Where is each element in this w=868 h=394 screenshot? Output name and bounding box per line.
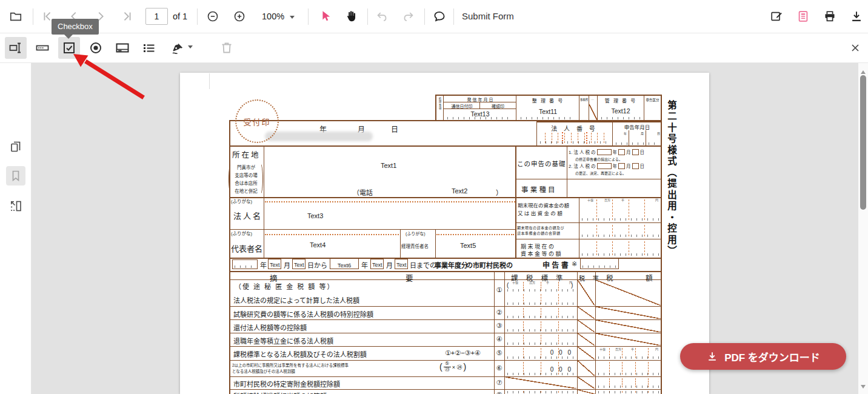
pdf-form-editor: { "topbar":{"page":"1","of":"of 1","zoom… [0, 0, 868, 394]
scale-label: 円 [655, 347, 658, 351]
text-field-tool-button[interactable] [32, 37, 53, 59]
zoom-in-button[interactable] [232, 8, 247, 24]
row-desc: 税額控除超過額相当額の加算額 [233, 391, 327, 394]
close-toolbar-button[interactable] [847, 40, 863, 56]
list-icon [142, 41, 156, 55]
corporate-number-block: 法 人 番 号 申告年月日 年 月 日 [536, 121, 662, 145]
edit-form-button[interactable] [769, 8, 784, 24]
kubun-label: 申告区分 [644, 98, 661, 102]
basis-line-2: 2. 法 人 税 の年月日 [569, 162, 644, 169]
last-page-button[interactable] [119, 8, 135, 24]
form-header-note: 処理事項 [438, 97, 441, 110]
comment-button[interactable] [432, 8, 447, 24]
print-button[interactable] [822, 8, 838, 24]
text-tool-button[interactable] [5, 37, 27, 59]
vertical-scrollbar[interactable] [858, 63, 868, 394]
taxbase-grid-r1b[interactable] [506, 293, 576, 306]
page-number-input[interactable] [145, 8, 168, 25]
cursor-icon [319, 10, 332, 23]
page-extract-icon [8, 199, 23, 213]
row-num: ③ [494, 322, 504, 330]
row-num: ② [494, 309, 504, 316]
taxbase-value-r6: 0 0 0 [549, 366, 573, 373]
day-mark: 日 [657, 131, 660, 135]
zoom-level-select[interactable]: 100% [261, 8, 298, 25]
download-pdf-label: PDF をダウンロード [724, 349, 820, 364]
paren-open: ( [507, 282, 509, 289]
row-desc: 2以上の市町村に事務所又は事業所を有する法人における課税標準 [232, 362, 349, 368]
pan-tool-button[interactable] [343, 8, 359, 24]
field-text11[interactable]: Text11 [517, 108, 579, 115]
basis-line-2b: の更正、決定、再更正による。 [575, 170, 626, 176]
capital-r1-line2: 又 は 出 資 金 の 額 [518, 209, 563, 216]
submit-form-label[interactable]: Submit Form [462, 11, 514, 21]
field-text4[interactable]: Text4 [310, 241, 326, 249]
signature-tool-button[interactable] [166, 37, 198, 59]
capital-r3-line2: 資 本 金 等 の 額 [521, 250, 561, 258]
fiscal-m1: 月 [284, 260, 290, 270]
row-num: ① [494, 286, 504, 294]
undo-button[interactable] [374, 8, 390, 24]
field-text5[interactable]: Text5 [460, 242, 476, 249]
edit-note-icon [770, 10, 783, 23]
field-text12[interactable]: Text12 [598, 107, 644, 115]
field-text1[interactable]: Text1 [381, 162, 396, 169]
scroll-down-arrow[interactable] [861, 385, 866, 391]
field-text3[interactable]: Text3 [307, 212, 323, 219]
hand-icon [344, 10, 358, 23]
taxamount-grid-r7[interactable] [596, 377, 661, 389]
zoom-out-button[interactable] [205, 8, 221, 24]
fiscal-field-text6[interactable]: Text6 [330, 258, 359, 269]
fiscal-field-2[interactable]: Text [292, 259, 305, 269]
corporate-number-grid[interactable] [538, 132, 610, 144]
fiscal-start-box[interactable] [232, 259, 258, 269]
seiri-label: 整 理 番 号 [517, 97, 579, 104]
taxbase-grid-r2[interactable] [506, 307, 576, 319]
thumbnails-panel-button[interactable] [6, 137, 25, 156]
row-desc: 還付法人税額等の控除額 [233, 322, 307, 332]
reception-stamp-label: 受付印 [243, 116, 270, 127]
redo-button[interactable] [401, 8, 416, 24]
capital-grid-3[interactable] [580, 240, 661, 256]
row-desc: （使 途 秘 匿 金 税 額 等） [235, 281, 335, 291]
download-pdf-button[interactable]: PDF をダウンロード [680, 343, 846, 370]
form-header-block: 処理事項 発 信 年 月 日 通信日付印 確認印 Text13 整 理 番 号 … [435, 95, 662, 121]
delete-field-button[interactable] [216, 37, 238, 59]
taxamount-grid-r6[interactable] [596, 361, 661, 376]
fiscal-field-1[interactable]: Text [268, 259, 281, 269]
capital-grid-2[interactable] [580, 224, 661, 238]
taxamount-grid-r8[interactable] [596, 390, 661, 394]
taxbase-grid-r4[interactable] [506, 333, 576, 346]
fiscal-field-3[interactable]: Text [370, 259, 384, 269]
scale-label: 千 [621, 198, 624, 202]
capital-r2-line2: 資本準備金の額の合算額 [517, 230, 561, 236]
printer-icon [823, 10, 836, 23]
download-icon [706, 350, 718, 362]
fiscal-end-box[interactable] [580, 258, 619, 269]
form-fields-panel-button[interactable] [795, 8, 811, 24]
attachments-panel-button[interactable] [6, 196, 25, 216]
taxbase-grid-r8[interactable] [506, 390, 576, 394]
select-tool-button[interactable] [318, 8, 333, 24]
taxamount-grid-r5[interactable] [596, 347, 661, 359]
col-summary-2: 要 [406, 272, 413, 284]
year-mark: 年 [624, 131, 627, 135]
top-toolbar: of 1 100% Submit Form [0, 0, 868, 33]
scrollbar-thumb[interactable] [860, 75, 866, 210]
combobox-tool-button[interactable] [112, 37, 133, 59]
row-desc: 法人税法の規定によって計算した法人税額 [233, 295, 359, 305]
list-box-tool-button[interactable] [138, 37, 160, 59]
taxbase-grid-r3[interactable] [506, 320, 576, 332]
row-desc: となる法人税額及びその法人税割額 [232, 368, 295, 374]
radio-button-tool-button[interactable] [85, 37, 107, 59]
folder-icon [9, 10, 22, 23]
bookmarks-panel-button[interactable] [6, 166, 25, 185]
download-button[interactable] [849, 8, 864, 24]
open-file-button[interactable] [8, 8, 24, 24]
field-text2[interactable]: Text2 [452, 187, 467, 195]
scroll-up-arrow[interactable] [861, 68, 866, 74]
scale-label: 十億 [587, 198, 593, 202]
capital-r1-line1: 期末現在の資本金の額 [518, 201, 569, 209]
zoom-out-icon [206, 10, 219, 23]
fiscal-field-4[interactable]: Text [395, 259, 408, 269]
